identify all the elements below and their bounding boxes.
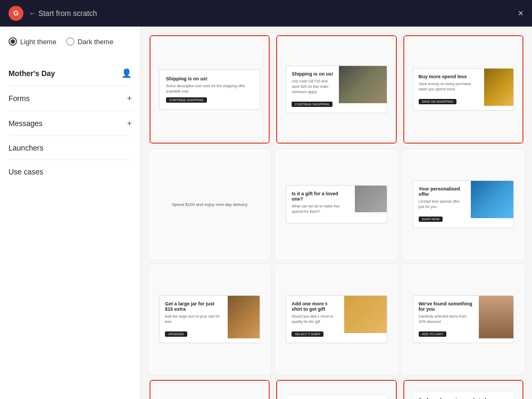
template-card-4b[interactable]: Only 3 left Place your order now before … bbox=[276, 380, 396, 399]
mock-title-2b: Is it a gift for a loved one? bbox=[292, 191, 349, 202]
mock-image-right-2b: Is it a gift for a loved one? What can w… bbox=[286, 185, 387, 223]
template-card-3b[interactable]: Add one more t-shirt to get gift Would y… bbox=[276, 265, 396, 373]
mock-text-1c: Buy more spend less Save money on every … bbox=[413, 69, 484, 110]
sidebar-item-use-cases[interactable]: Use cases bbox=[9, 160, 132, 184]
mock-desc-1b: Use code GET20 and save $20 on this orde… bbox=[292, 79, 333, 94]
template-card-1c[interactable]: Buy more spend less Save money on every … bbox=[403, 35, 523, 144]
mock-image-right-3c: We've found something for you Carefully … bbox=[413, 295, 514, 343]
mock-btn-2c: SHOP NOW bbox=[419, 217, 443, 222]
sidebar: Light theme Dark theme Mother's Day 👤 Fo… bbox=[0, 27, 141, 399]
mothers-day-icon: 👤 bbox=[121, 68, 132, 78]
sidebar-nav: Mother's Day 👤 Forms + Messages + Launch… bbox=[9, 61, 132, 184]
template-card-2b[interactable]: Is it a gift for a loved one? What can w… bbox=[276, 150, 396, 259]
mock-title-3c: We've found something for you bbox=[419, 301, 473, 312]
card-inner-4c: Surface cleaner is on sale today Don't m… bbox=[404, 381, 522, 399]
sidebar-item-mothers-day[interactable]: Mother's Day 👤 bbox=[9, 61, 132, 86]
template-card-2c[interactable]: Your personalised offer Limited time spe… bbox=[403, 150, 523, 259]
messages-plus-icon: + bbox=[127, 119, 132, 128]
mock-title-1a: Shipping is on us! bbox=[166, 76, 253, 81]
mock-image-right-1b: Shipping is on us! Use code GET20 and sa… bbox=[286, 65, 387, 113]
card-inner-3b: Add one more t-shirt to get gift Would y… bbox=[277, 266, 395, 372]
mock-text-1b: Shipping is on us! Use code GET20 and sa… bbox=[286, 66, 338, 112]
mock-title-3a: Get a large jar for just $15 extra bbox=[165, 301, 222, 312]
mock-btn-3b: SELECT T-SHIRT bbox=[292, 331, 323, 337]
card-inner-3a: Get a large jar for just $15 extra Add t… bbox=[151, 266, 269, 372]
app-logo: G bbox=[9, 6, 23, 21]
nav-label-forms: Forms bbox=[9, 94, 30, 103]
main-layout: Light theme Dark theme Mother's Day 👤 Fo… bbox=[0, 27, 532, 399]
mock-image-right-2c: Your personalised offer Limited time spe… bbox=[413, 180, 514, 228]
dark-theme-radio[interactable] bbox=[66, 37, 74, 46]
template-card-4a[interactable]: Third item is free Add any 3 items to yo… bbox=[149, 380, 270, 399]
light-theme-option[interactable]: Light theme bbox=[9, 37, 56, 46]
template-card-4c[interactable]: Surface cleaner is on sale today Don't m… bbox=[403, 380, 523, 399]
mock-image-right-3b: Add one more t-shirt to get gift Would y… bbox=[286, 295, 387, 343]
template-card-2a[interactable]: Spend $100 and enjoy next day delivery bbox=[149, 150, 270, 259]
back-link[interactable]: ← Start from scratch bbox=[29, 9, 97, 18]
mock-image-right-3a: Get a large jar for just $15 extra Add t… bbox=[159, 295, 260, 343]
mock-btn-1c: SAVE ON SHOPPING bbox=[419, 99, 457, 104]
card-inner-2c: Your personalised offer Limited time spe… bbox=[404, 151, 522, 257]
sidebar-item-forms[interactable]: Forms + bbox=[9, 86, 132, 111]
close-button[interactable]: × bbox=[518, 9, 523, 18]
card-inner-1b: Shipping is on us! Use code GET20 and sa… bbox=[277, 36, 395, 143]
card-content-4b: Only 3 left Place your order now before … bbox=[286, 395, 387, 399]
mock-desc-3a: Add the large size to your cart for less bbox=[165, 314, 222, 325]
card-inner-4b: Only 3 left Place your order now before … bbox=[277, 381, 395, 399]
mock-btn-3c: ADD TO CART bbox=[419, 331, 446, 337]
nav-label-messages: Messages bbox=[9, 119, 43, 128]
template-content: Shipping is on us! Some description text… bbox=[141, 27, 532, 399]
mock-text-3c: We've found something for you Carefully … bbox=[413, 296, 479, 343]
nav-label-mothers-day: Mother's Day bbox=[9, 69, 55, 78]
mock-btn-3a: UPGRADE bbox=[165, 331, 187, 337]
mock-text-2c: Your personalised offer Limited time spe… bbox=[413, 181, 471, 228]
dark-theme-option[interactable]: Dark theme bbox=[66, 37, 113, 46]
mock-title-3b: Add one more t-shirt to get gift bbox=[292, 301, 338, 312]
mock-title-1c: Buy more spend less bbox=[419, 74, 479, 79]
mock-desc-2b: What can we do to make this special for … bbox=[292, 204, 349, 214]
package-image bbox=[484, 69, 513, 106]
sport-image bbox=[344, 296, 387, 333]
template-grid: Shipping is on us! Some description text… bbox=[149, 35, 523, 399]
card-inner-2a: Spend $100 and enjoy next day delivery bbox=[151, 151, 269, 257]
shoes-image bbox=[471, 181, 513, 218]
card-inner-1c: Buy more spend less Save money on every … bbox=[404, 36, 522, 143]
mock-text-3a: Get a large jar for just $15 extra Add t… bbox=[160, 296, 228, 343]
dark-theme-label: Dark theme bbox=[78, 38, 113, 46]
person-image bbox=[479, 296, 513, 338]
light-theme-radio-inner bbox=[11, 39, 15, 44]
app-header: G ← Start from scratch × bbox=[0, 0, 532, 27]
mock-desc-1c: Save money on every purchase when you sp… bbox=[419, 81, 479, 92]
template-card-3c[interactable]: We've found something for you Carefully … bbox=[403, 265, 523, 373]
mock-btn-1b: CONTINUE SHOPPING bbox=[292, 102, 332, 107]
light-theme-radio[interactable] bbox=[9, 37, 17, 46]
mock-banner-1a: Shipping is on us! Some description text… bbox=[159, 69, 260, 110]
centered-card-4a: Third item is free Add any 3 items to yo… bbox=[151, 381, 269, 399]
text-only-2a: Spend $100 and enjoy next day delivery bbox=[159, 198, 260, 211]
mock-image-right-1c: Buy more spend less Save money on every … bbox=[413, 68, 514, 111]
template-card-1b[interactable]: Shipping is on us! Use code GET20 and sa… bbox=[276, 35, 396, 144]
mock-text-2b: Is it a gift for a loved one? What can w… bbox=[286, 186, 354, 223]
mock-title-2c: Your personalised offer bbox=[419, 186, 466, 197]
header-left: G ← Start from scratch bbox=[9, 6, 97, 21]
theme-options: Light theme Dark theme bbox=[9, 37, 132, 46]
gift-image bbox=[355, 186, 387, 212]
hands-image bbox=[339, 66, 387, 103]
nav-label-launchers: Launchers bbox=[9, 144, 43, 152]
sidebar-item-launchers[interactable]: Launchers bbox=[9, 136, 132, 160]
mock-text-1a: Some description text here for the shipp… bbox=[166, 84, 253, 94]
sidebar-item-messages[interactable]: Messages + bbox=[9, 111, 132, 136]
nav-label-use-cases: Use cases bbox=[9, 168, 43, 176]
mock-btn-1a: CONTINUE SHOPPING bbox=[166, 97, 207, 103]
light-theme-label: Light theme bbox=[20, 38, 56, 46]
template-card-1a[interactable]: Shipping is on us! Some description text… bbox=[149, 35, 270, 144]
card-inner-1a: Shipping is on us! Some description text… bbox=[151, 36, 269, 143]
mock-text-3b: Add one more t-shirt to get gift Would y… bbox=[286, 296, 344, 343]
template-card-3a[interactable]: Get a large jar for just $15 extra Add t… bbox=[149, 265, 270, 373]
mock-title-1b: Shipping is on us! bbox=[292, 71, 333, 77]
jar-image bbox=[228, 296, 260, 338]
card-inner-2b: Is it a gift for a loved one? What can w… bbox=[277, 151, 395, 257]
mock-desc-3c: Carefully selected items from 20% discou… bbox=[419, 314, 473, 325]
forms-plus-icon: + bbox=[127, 94, 132, 103]
mock-desc-3b: Would you add 1 more to qualify for the … bbox=[292, 314, 338, 325]
